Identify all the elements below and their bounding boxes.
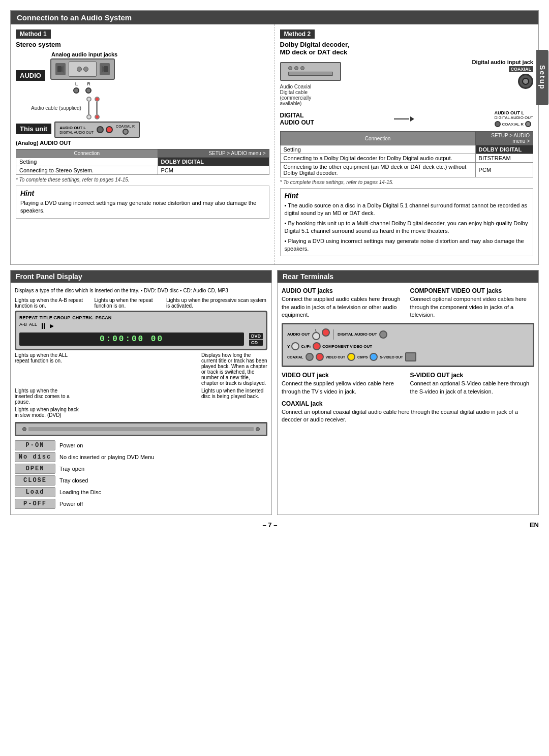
audio-out-title: AUDIO OUT jacks — [282, 287, 406, 295]
setup-tab: Setup — [536, 50, 548, 105]
disc-mode-row: P-ONPower on — [15, 440, 267, 450]
disc-mode-row: LoadLoading the Disc — [15, 487, 267, 497]
svg-rect-0 — [57, 66, 62, 72]
rear-terminals-body: AUDIO OUT jacks Connect the supplied aud… — [278, 283, 538, 428]
cb-pb-jack — [370, 353, 378, 361]
language-label: EN — [530, 521, 539, 529]
disc-mode-desc: No disc inserted or playing DVD Menu — [59, 454, 154, 460]
method2-settings-table: Connection SETUP > AUDIO menu > Setting … — [280, 131, 534, 177]
audio-out-desc: Connect the supplied audio cables here t… — [282, 295, 406, 319]
m2-connecting-other: Connecting to the other equipment (an MD… — [280, 163, 475, 177]
svg-marker-1 — [62, 66, 64, 73]
rear-terminals-title: Rear Terminals — [278, 270, 538, 283]
cable-note: Audio cable (supplied) — [31, 105, 81, 111]
digital-audio-out-jack — [379, 330, 387, 339]
hint2-bullet2: By hooking this unit up to a Multi-chann… — [285, 220, 528, 234]
video-out-desc: Connect the supplied yellow video cable … — [282, 380, 406, 396]
rear-terminals-col: Rear Terminals AUDIO OUT jacks Connect t… — [277, 270, 539, 515]
m1-dolby-digital: DOLBY DIGITAL — [158, 158, 269, 166]
bottom-section: Front Panel Display Displays a type of t… — [10, 270, 539, 515]
rear-info-grid-top: AUDIO OUT jacks Connect the supplied aud… — [282, 287, 534, 319]
ann-lights-slow: Lights up when playing back in slow mode… — [15, 407, 81, 418]
ann-lights-repeat: Lights up when the A-B repeat function i… — [15, 297, 94, 309]
s-video-title: S-VIDEO OUT jack — [410, 371, 535, 380]
coaxial-desc: Connect an optional coaxial digital audi… — [282, 408, 534, 424]
m1-setting-label: Setting — [16, 158, 158, 166]
m2-setup-menu: SETUP > AUDIO menu > — [475, 132, 533, 145]
m2-digital-label: Digital audio input jack — [472, 59, 533, 65]
m1-pcm: PCM — [158, 166, 269, 175]
digital-decoder-device — [280, 62, 341, 81]
disc-mode-display: No disc — [15, 452, 55, 462]
disc-modes-section: P-ONPower onNo discNo disc inserted or p… — [15, 440, 267, 509]
ann-lights-all: Lights up when the repeat function is on… — [94, 297, 166, 309]
analog-audio-out-label: (Analog) AUDIO OUT — [16, 140, 269, 146]
audio-section-title: Connection to an Audio System — [11, 11, 538, 24]
hint2-box: Hint • The audio source on a disc in a D… — [280, 188, 534, 256]
s-video-desc: Connect an optional S-Video cable here t… — [410, 380, 535, 396]
front-panel-title: Front Panel Display — [11, 270, 271, 283]
component-video-info: COMPONENT VIDEO OUT jacks Connect option… — [410, 287, 535, 319]
m2-setting-label: Setting — [280, 145, 475, 154]
m2-digital-audio-out-label: DIGITAL AUDIO OUT — [280, 112, 314, 126]
m1-setup-menu: SETUP > AUDIO menu > — [158, 149, 269, 158]
svg-rect-2 — [104, 66, 108, 72]
method2-diagram: Audio Coaxial Digital cable (commerciall… — [280, 59, 534, 127]
video-out-info: VIDEO OUT jack Connect the supplied yell… — [282, 371, 406, 396]
hint2-bullet3: Playing a DVD using incorrect settings m… — [285, 238, 524, 252]
component-video-title: COMPONENT VIDEO OUT jacks — [410, 287, 535, 295]
m1-note: * To complete these settings, refer to p… — [16, 177, 269, 183]
disc-mode-display: P-ON — [15, 440, 55, 450]
svg-marker-3 — [102, 66, 104, 73]
y-jack — [291, 342, 299, 350]
segment-display: 0:00:00 00 — [19, 332, 244, 346]
coaxial-jack-icon — [518, 74, 533, 89]
disc-mode-row: CLOSETray closed — [15, 475, 267, 486]
disc-mode-desc: Tray closed — [59, 477, 88, 483]
video-out-jack — [347, 353, 355, 361]
hint2-bullet1: The audio source on a disc in a Dolby Di… — [285, 202, 528, 216]
m2-connecting-dolby: Connecting to a Dolby Digital decoder fo… — [280, 154, 475, 163]
hint2-bullets: • The audio source on a disc in a Dolby … — [285, 202, 529, 253]
disc-mode-row: OPENTray open — [15, 464, 267, 474]
this-unit-label: This unit — [16, 124, 51, 134]
disc-mode-display: P-OFF — [15, 499, 55, 509]
m2-dolby-digital: DOLBY DIGITAL — [475, 145, 533, 154]
ann-disc-type: Displays a type of the disc which is ins… — [15, 287, 267, 294]
method2-label: Method 2 — [280, 29, 315, 39]
hint1-title: Hint — [20, 189, 265, 197]
display-readout-row: 0:00:00 00 DVD CD — [19, 332, 263, 346]
method2-subtitle: Dolby Digital decoder, MD deck or DAT de… — [280, 41, 534, 56]
display-panel: REPEAT TITLE GROUP CHP.TRK. PSCAN A-B AL… — [15, 311, 267, 350]
ann-lights-all-func: Lights up when the ALL repeat function i… — [15, 352, 76, 386]
disc-mode-row: P-OFFPower off — [15, 499, 267, 509]
method1-diagram: Analog audio input jacks AUDIO — [16, 51, 269, 146]
video-out-title: VIDEO OUT jack — [282, 371, 406, 380]
disc-mode-desc: Power on — [59, 442, 83, 448]
speaker-left-icon — [55, 63, 66, 75]
disc-mode-display: OPEN — [15, 464, 55, 474]
speaker-right-icon — [100, 63, 110, 75]
ann-lights-prog: Lights up when the progressive scan syst… — [166, 297, 267, 309]
m1-connecting-stereo: Connecting to Stereo System. — [16, 166, 158, 175]
page-number: – 7 – — [263, 521, 278, 529]
hint1-bullet: Playing a DVD using incorrect settings m… — [20, 199, 265, 215]
audio-label: AUDIO — [16, 70, 45, 81]
dvd-badge: DVD — [249, 333, 263, 339]
method1-settings-table: Connection SETUP > AUDIO menu > Setting … — [16, 149, 269, 175]
front-panel-body: Displays a type of the disc which is ins… — [11, 283, 271, 515]
component-video-desc: Connect optional component video cables … — [410, 295, 535, 319]
method1-label: Method 1 — [16, 29, 51, 39]
disc-mode-desc: Tray open — [59, 466, 84, 472]
stereo-device-top — [50, 58, 115, 80]
coaxial-title: COAXIAL jack — [282, 400, 534, 408]
ann-inserted-disc: Lights up when the inserted disc is bein… — [201, 388, 267, 405]
m2-cable-desc: Audio Coaxial Digital cable (commerciall… — [280, 84, 341, 106]
audio-system-section: Connection to an Audio System Method 1 S… — [10, 10, 539, 265]
front-panel-col: Front Panel Display Displays a type of t… — [10, 270, 272, 515]
disc-mode-display: Load — [15, 487, 55, 497]
coaxial-info: COAXIAL jack Connect an optional coaxial… — [282, 400, 534, 424]
audio-out-r-jack — [322, 328, 330, 340]
coaxial-badge: COAXIAL — [509, 66, 534, 72]
disc-tray-visual — [15, 422, 267, 436]
